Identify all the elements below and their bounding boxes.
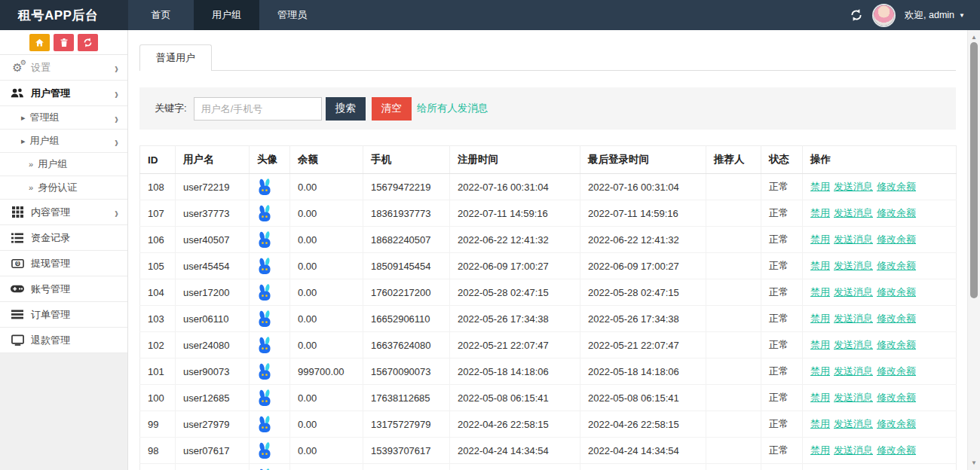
- sidebar-item-label: 提现管理: [31, 257, 70, 270]
- modify-balance-link[interactable]: 修改余额: [877, 444, 916, 456]
- modify-balance-link[interactable]: 修改余额: [877, 313, 916, 324]
- disable-link[interactable]: 禁用: [810, 233, 830, 245]
- send-message-link[interactable]: 发送消息: [834, 418, 873, 429]
- table-row: 107 user37773 0.00 18361937773 2022-07-1…: [140, 200, 957, 227]
- trash-button[interactable]: [54, 34, 74, 51]
- modify-balance-link[interactable]: 修改余额: [877, 365, 916, 377]
- sidebar-item-11[interactable]: 退款管理: [0, 328, 127, 353]
- table-row: 108 user72219 0.00 15679472219 2022-07-1…: [140, 174, 957, 200]
- cell-actions: 禁用发送消息修改余额: [803, 174, 957, 200]
- nav-tab-2[interactable]: 管理员: [259, 0, 325, 30]
- disable-link[interactable]: 禁用: [810, 181, 830, 192]
- send-message-link[interactable]: 发送消息: [834, 365, 873, 377]
- cell-id: 98: [140, 438, 176, 464]
- tab-normal-users[interactable]: 普通用户: [139, 44, 212, 71]
- cell-balance: 0.00: [290, 411, 363, 438]
- sidebar-item-7[interactable]: 资金记录: [0, 225, 127, 251]
- modify-balance-link[interactable]: 修改余额: [877, 207, 916, 218]
- cell-balance: [290, 464, 363, 470]
- sidebar-item-6[interactable]: 内容管理›: [0, 200, 127, 225]
- disable-link[interactable]: 禁用: [810, 313, 830, 324]
- bunny-avatar-icon: [257, 231, 272, 249]
- cell-username: user07617: [176, 438, 250, 464]
- sidebar-item-10[interactable]: 订单管理: [0, 302, 127, 328]
- modify-balance-link[interactable]: 修改余额: [877, 339, 916, 350]
- home-button[interactable]: [29, 34, 50, 51]
- clear-button[interactable]: 清空: [372, 97, 412, 121]
- send-message-link[interactable]: 发送消息: [834, 233, 873, 245]
- cell-actions: 禁用发送消息修改余额: [803, 464, 957, 470]
- monitor-icon: [10, 334, 25, 346]
- send-message-link[interactable]: 发送消息: [834, 181, 873, 192]
- scrollbar-thumb[interactable]: [970, 42, 978, 298]
- chevron-down-icon: ▼: [959, 12, 965, 19]
- sidebar-item-5[interactable]: »身份认证: [0, 176, 127, 200]
- cell-id: 101: [140, 359, 176, 385]
- chevron-right-icon: ›: [115, 203, 118, 220]
- user-menu[interactable]: 欢迎, admin ▼: [905, 9, 965, 22]
- scroll-up-icon[interactable]: ▲: [968, 34, 980, 41]
- cell-phone: 16637624080: [363, 332, 450, 359]
- list-icon: [10, 232, 25, 244]
- table-row: 正常 禁用发送消息修改余额: [140, 464, 957, 470]
- trash-icon: [60, 38, 69, 47]
- sidebar-item-4[interactable]: »用户组: [0, 153, 127, 176]
- modify-balance-link[interactable]: 修改余额: [877, 181, 916, 192]
- user-avatar[interactable]: [874, 5, 894, 26]
- cell-username: user72219: [176, 174, 250, 200]
- bunny-avatar-icon: [257, 205, 272, 222]
- scroll-down-icon[interactable]: ▼: [968, 459, 980, 466]
- search-input[interactable]: [194, 97, 322, 121]
- disable-link[interactable]: 禁用: [810, 260, 830, 271]
- disable-link[interactable]: 禁用: [810, 418, 830, 429]
- send-message-link[interactable]: 发送消息: [834, 444, 873, 456]
- table-row: 101 user90073 999700.00 15670090073 2022…: [140, 359, 957, 385]
- modify-balance-link[interactable]: 修改余额: [877, 418, 916, 429]
- modify-balance-link[interactable]: 修改余额: [877, 392, 916, 403]
- cell-last-login: 2022-06-09 17:00:27: [580, 253, 706, 279]
- cell-id: 103: [140, 306, 176, 332]
- bunny-avatar-icon: [257, 310, 272, 328]
- send-message-link[interactable]: 发送消息: [834, 260, 873, 271]
- sidebar-item-1[interactable]: 用户管理›: [0, 81, 127, 106]
- disable-link[interactable]: 禁用: [810, 286, 830, 298]
- bunny-avatar-icon: [257, 416, 272, 433]
- broadcast-message-link[interactable]: 给所有人发消息: [417, 102, 488, 115]
- nav-tab-1[interactable]: 用户组: [194, 0, 259, 30]
- send-message-link[interactable]: 发送消息: [834, 286, 873, 298]
- disable-link[interactable]: 禁用: [810, 444, 830, 456]
- cell-actions: 禁用发送消息修改余额: [803, 332, 957, 359]
- main-content: 普通用户 关键字: 搜索 清空 给所有人发消息 ID用户名头像余额手机注册时间最…: [128, 30, 967, 470]
- vertical-scrollbar[interactable]: ▲ ▼: [967, 30, 980, 470]
- cell-referrer: [706, 279, 761, 306]
- modify-balance-link[interactable]: 修改余额: [877, 286, 916, 298]
- cell-avatar: [250, 174, 290, 200]
- send-message-link[interactable]: 发送消息: [834, 339, 873, 350]
- sidebar-item-label: 设置: [31, 61, 51, 75]
- sidebar-item-3[interactable]: ▸用户组›: [0, 130, 127, 153]
- sidebar-item-9[interactable]: 账号管理: [0, 276, 127, 302]
- nav-tab-0[interactable]: 首页: [128, 0, 194, 30]
- search-button[interactable]: 搜索: [326, 97, 366, 121]
- cell-id: 106: [140, 227, 176, 253]
- recycle-button[interactable]: [78, 34, 98, 51]
- modify-balance-link[interactable]: 修改余额: [877, 233, 916, 245]
- cell-last-login: [580, 464, 706, 470]
- table-row: 99 user27979 0.00 13175727979 2022-04-26…: [140, 411, 957, 438]
- cell-registered: 2022-05-18 14:18:06: [450, 359, 580, 385]
- sidebar-item-2[interactable]: ▸管理组›: [0, 106, 127, 130]
- disable-link[interactable]: 禁用: [810, 365, 830, 377]
- disable-link[interactable]: 禁用: [810, 392, 830, 403]
- send-message-link[interactable]: 发送消息: [834, 392, 873, 403]
- submenu-marker: »: [29, 183, 33, 192]
- modify-balance-link[interactable]: 修改余额: [877, 260, 916, 271]
- sidebar-item-0[interactable]: ⚙⚙设置›: [0, 55, 127, 81]
- status-badge: 正常: [761, 438, 803, 464]
- refresh-icon[interactable]: [850, 8, 863, 22]
- cell-balance: 0.00: [290, 227, 363, 253]
- sidebar-item-8[interactable]: 0提现管理: [0, 251, 127, 276]
- disable-link[interactable]: 禁用: [810, 207, 830, 218]
- send-message-link[interactable]: 发送消息: [834, 207, 873, 218]
- send-message-link[interactable]: 发送消息: [834, 313, 873, 324]
- disable-link[interactable]: 禁用: [810, 339, 830, 350]
